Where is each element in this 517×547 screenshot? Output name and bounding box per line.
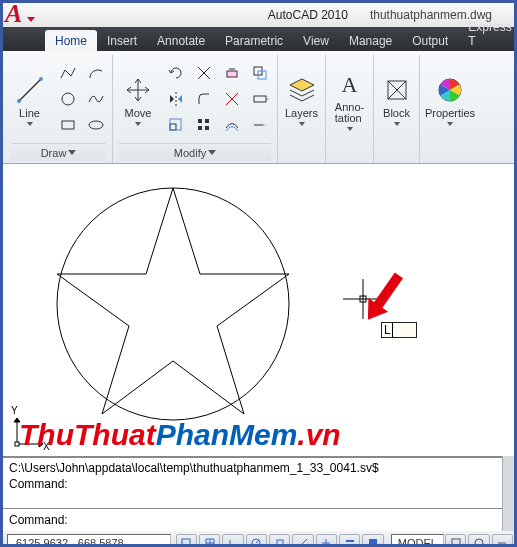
command-window-resize-handle[interactable] <box>502 456 514 531</box>
panel-draw: Line Draw <box>5 55 113 163</box>
ellipse-tool-button[interactable] <box>84 114 108 136</box>
snap-toggle[interactable] <box>176 534 197 547</box>
drawing-area[interactable]: X Y L ThuThuatPhanMem.vn <box>3 164 514 456</box>
svg-point-5 <box>89 121 103 129</box>
line-label: Line <box>19 107 40 119</box>
properties-label: Properties <box>425 107 475 119</box>
panel-modify: Move Modify <box>113 55 278 163</box>
status-button[interactable] <box>445 534 466 547</box>
panel-annotation: A Anno- tation . <box>326 55 374 163</box>
tab-parametric[interactable]: Parametric <box>215 30 293 51</box>
extend-tool-button[interactable] <box>248 114 272 136</box>
block-button[interactable]: Block <box>375 71 419 130</box>
dynamic-input[interactable]: L <box>381 322 417 338</box>
tab-manage[interactable]: Manage <box>339 30 402 51</box>
circle-tool-button[interactable] <box>56 88 80 110</box>
axis-y-label: Y <box>11 405 18 416</box>
model-space-button[interactable]: MODEL <box>391 534 444 547</box>
panel-properties: Properties . <box>420 55 480 163</box>
grid-toggle[interactable] <box>199 534 220 547</box>
chevron-down-icon[interactable] <box>208 150 216 155</box>
array-tool-button[interactable] <box>192 114 216 136</box>
command-window: C:\Users\John\appdata\local\temp\thuthua… <box>3 456 514 531</box>
layers-button[interactable]: Layers <box>280 71 324 130</box>
status-button[interactable] <box>468 534 489 547</box>
panel-modify-title: Modify <box>174 147 206 159</box>
annotation-button[interactable]: A Anno- tation <box>328 66 372 135</box>
ribbon-tab-strip: Home Insert Annotate Parametric View Man… <box>3 27 514 51</box>
app-name: AutoCAD 2010 <box>268 8 348 22</box>
tab-home[interactable]: Home <box>45 30 97 51</box>
svg-rect-25 <box>182 539 190 547</box>
command-history-line: Command: <box>9 476 496 492</box>
ribbon: Line Draw Move <box>3 51 514 164</box>
svg-point-18 <box>57 188 289 420</box>
block-label: Block <box>383 107 410 119</box>
lwt-toggle[interactable] <box>339 534 360 547</box>
panel-draw-title: Draw <box>41 147 67 159</box>
copy-tool-button[interactable] <box>248 62 272 84</box>
text-icon: A <box>335 70 365 100</box>
move-label: Move <box>125 107 152 119</box>
annotation-label: Anno- tation <box>335 102 364 124</box>
panel-layers: Layers . <box>278 55 326 163</box>
dyn-toggle[interactable] <box>316 534 337 547</box>
svg-point-3 <box>62 93 74 105</box>
svg-point-2 <box>39 77 43 81</box>
app-menu-button[interactable]: A <box>3 3 37 27</box>
svg-rect-14 <box>198 126 202 130</box>
line-icon <box>15 75 45 105</box>
tab-insert[interactable]: Insert <box>97 30 147 51</box>
svg-rect-6 <box>227 71 237 77</box>
layers-label: Layers <box>285 107 318 119</box>
tab-annotate[interactable]: Annotate <box>147 30 215 51</box>
svg-point-1 <box>17 99 21 103</box>
otrack-toggle[interactable] <box>292 534 313 547</box>
svg-rect-28 <box>369 539 377 547</box>
command-input[interactable] <box>75 511 496 529</box>
offset-tool-button[interactable] <box>220 114 244 136</box>
svg-point-30 <box>475 539 483 547</box>
svg-rect-13 <box>205 119 209 123</box>
tab-view[interactable]: View <box>293 30 339 51</box>
svg-rect-4 <box>62 121 74 129</box>
scale-tool-button[interactable] <box>164 114 188 136</box>
command-prompt-label: Command: <box>9 511 68 529</box>
svg-rect-15 <box>205 126 209 130</box>
fillet-tool-button[interactable] <box>192 88 216 110</box>
panel-block: Block . <box>374 55 420 163</box>
qp-toggle[interactable] <box>362 534 383 547</box>
ortho-toggle[interactable] <box>222 534 243 547</box>
watermark: ThuThuatPhanMem.vn <box>19 418 341 452</box>
svg-rect-29 <box>452 539 460 547</box>
mirror-tool-button[interactable] <box>164 88 188 110</box>
coordinate-readout[interactable]: 6125.9632, -668.5878 , 0.0000 <box>7 534 171 547</box>
explode-tool-button[interactable] <box>220 88 244 110</box>
spline-tool-button[interactable] <box>84 88 108 110</box>
tab-output[interactable]: Output <box>402 30 458 51</box>
title-bar: A AutoCAD 2010 thuthuatphanmem.dwg <box>3 3 514 27</box>
move-tool-button[interactable]: Move <box>116 71 160 130</box>
command-history: C:\Users\John\appdata\local\temp\thuthua… <box>3 456 502 508</box>
properties-button[interactable]: Properties <box>422 71 478 130</box>
trim-tool-button[interactable] <box>192 62 216 84</box>
polyline-tool-button[interactable] <box>56 62 80 84</box>
move-icon <box>123 75 153 105</box>
svg-rect-12 <box>198 119 202 123</box>
status-bar: 6125.9632, -668.5878 , 0.0000 MODEL <box>3 531 514 547</box>
status-button[interactable] <box>492 534 513 547</box>
erase-tool-button[interactable] <box>220 62 244 84</box>
arc-tool-button[interactable] <box>84 62 108 84</box>
tab-express[interactable]: Express T <box>458 16 517 51</box>
polar-toggle[interactable] <box>246 534 267 547</box>
chevron-down-icon[interactable] <box>68 150 76 155</box>
stretch-tool-button[interactable] <box>248 88 272 110</box>
svg-rect-27 <box>277 540 283 546</box>
svg-rect-10 <box>170 124 176 130</box>
rotate-tool-button[interactable] <box>164 62 188 84</box>
line-tool-button[interactable]: Line <box>8 71 52 130</box>
block-icon <box>382 75 412 105</box>
layers-icon <box>287 75 317 105</box>
rectangle-tool-button[interactable] <box>56 114 80 136</box>
osnap-toggle[interactable] <box>269 534 290 547</box>
